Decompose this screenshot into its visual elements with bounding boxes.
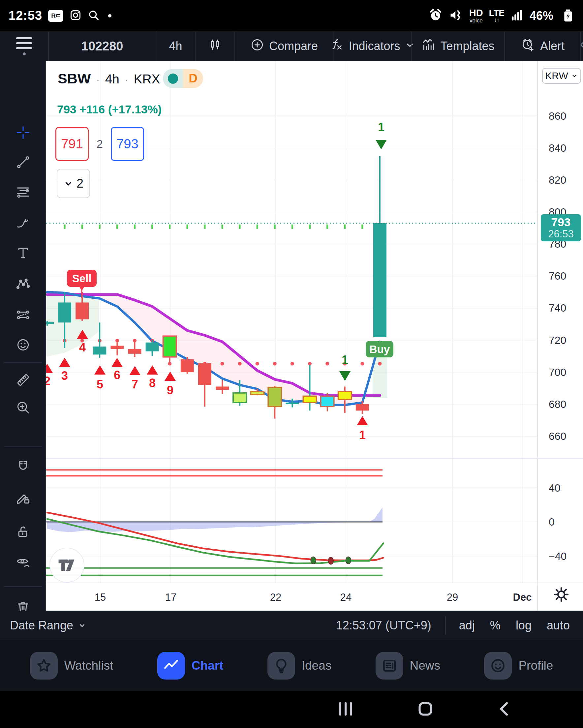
bid-ask-row: 791 2 793 (55, 127, 144, 161)
svg-text:17: 17 (165, 592, 176, 603)
indicators-button[interactable]: Indicators (333, 31, 411, 61)
sell-bid-button[interactable]: 791 (55, 127, 89, 161)
session-status-icon (163, 69, 183, 88)
buy-ask-button[interactable]: 793 (111, 127, 144, 161)
bottom-toolbar: Date Range 12:53:07 (UTC+9) adj % log au… (0, 610, 583, 640)
android-home-button[interactable] (416, 700, 435, 720)
currency-button[interactable]: KRW (542, 68, 581, 84)
divider (445, 616, 446, 635)
hamburger-icon (16, 37, 32, 49)
lte-icon: LTE↓↑ (489, 8, 505, 23)
alert-button[interactable]: Alert (504, 31, 580, 61)
tool-long-position-button[interactable] (0, 303, 46, 328)
nav-item-ideas[interactable]: Ideas (268, 652, 332, 679)
tool-ruler-button[interactable] (0, 368, 46, 393)
status-bar: 12:53 R HDvoice LTE↓↑ 46% (0, 0, 583, 31)
alert-clock-icon (521, 37, 535, 55)
mute-icon (449, 8, 463, 24)
buy-signal: Buy (366, 341, 394, 357)
svg-text:0: 0 (549, 516, 555, 528)
tool-emoji-button[interactable] (0, 333, 46, 358)
tool-brush-button[interactable] (0, 212, 46, 236)
svg-text:Dec: Dec (513, 592, 532, 603)
svg-text:−40: −40 (549, 550, 566, 562)
nav-item-chart[interactable]: Chart (157, 652, 224, 679)
tool-horizontal-lines-button[interactable] (0, 181, 46, 205)
notification-dot-icon (108, 14, 111, 18)
templates-button[interactable]: Templates (411, 31, 504, 61)
hide-drawings-icon (16, 555, 30, 571)
bar-countdown: 26:53 (548, 229, 574, 240)
nav-item-profile[interactable]: Profile (484, 652, 553, 679)
interval-button[interactable]: 4h (156, 31, 195, 61)
toolbar-overflow[interactable] (580, 31, 583, 61)
tool-zoom-in-button[interactable] (0, 396, 46, 420)
nav-label: News (410, 659, 440, 673)
tool-hide-drawings-button[interactable] (0, 551, 46, 575)
zoom-in-icon (16, 400, 30, 416)
indicators-collapse-button[interactable]: 2 (57, 169, 90, 198)
battery-icon (559, 7, 575, 24)
svg-text:700: 700 (549, 366, 566, 378)
menu-badge-dot (23, 52, 26, 55)
tool-xabcd-pattern-button[interactable] (0, 272, 46, 297)
drawing-toolbar (0, 61, 46, 610)
text-icon (16, 245, 30, 261)
symbol-button[interactable]: 102280 (48, 31, 156, 61)
long-position-icon (16, 308, 30, 323)
svg-text:8: 8 (149, 376, 156, 390)
svg-text:1: 1 (341, 353, 348, 367)
svg-text:7: 7 (132, 378, 138, 391)
chart-type-button[interactable] (195, 31, 234, 61)
ruler-icon (16, 372, 30, 388)
candles-icon (208, 38, 222, 55)
trend-line-icon (16, 155, 30, 171)
compare-button[interactable]: Compare (234, 31, 333, 61)
date-range-button[interactable]: Date Range (10, 619, 86, 632)
fx-icon (329, 37, 344, 55)
tool-trend-line-button[interactable] (0, 151, 46, 175)
svg-text:24: 24 (340, 592, 352, 603)
unlock-icon (16, 525, 30, 540)
adjust-toggle[interactable]: adj (459, 619, 475, 632)
nav-item-watchlist[interactable]: Watchlist (30, 652, 113, 679)
chart-area: SellBuy112345678918608408208007807607407… (0, 61, 583, 610)
session-daily-toggle[interactable]: D (163, 69, 203, 88)
instagram-icon (69, 9, 82, 23)
nav-item-news[interactable]: News (376, 652, 440, 679)
nav-label: Chart (192, 659, 224, 673)
log-toggle[interactable]: log (516, 619, 532, 632)
hd-voice-icon: HDvoice (469, 8, 483, 23)
android-back-button[interactable] (495, 700, 514, 720)
magnet-icon (16, 459, 30, 475)
percent-toggle[interactable]: % (490, 619, 501, 632)
templates-icon (421, 37, 436, 55)
battery-percent: 46% (530, 9, 553, 23)
nav-label: Watchlist (64, 659, 113, 673)
legend-interval: 4h (105, 72, 119, 86)
theme-sun-icon[interactable] (553, 586, 570, 604)
tool-text-button[interactable] (0, 241, 46, 266)
tool-crosshair-button[interactable] (0, 121, 46, 146)
divider (4, 446, 42, 447)
svg-text:2: 2 (46, 374, 50, 388)
auto-toggle[interactable]: auto (547, 619, 570, 632)
legend-symbol: SBW (58, 71, 91, 87)
svg-text:40: 40 (549, 482, 561, 494)
tool-unlock-button[interactable] (0, 520, 46, 545)
menu-button[interactable] (0, 31, 48, 61)
nav-label: Profile (518, 659, 553, 673)
symbol-legend[interactable]: SBW · 4h · KRX (58, 71, 160, 87)
android-recents-button[interactable] (336, 700, 355, 720)
session-clock[interactable]: 12:53:07 (UTC+9) (336, 619, 431, 632)
alarm-icon (428, 8, 443, 24)
svg-text:22: 22 (270, 592, 281, 603)
tool-magnet-button[interactable] (0, 455, 46, 479)
bulb-icon (268, 652, 295, 679)
tool-draw-lock-button[interactable] (0, 486, 46, 511)
tradingview-watermark (49, 548, 84, 582)
svg-text:680: 680 (549, 398, 566, 410)
svg-text:820: 820 (549, 174, 566, 186)
chart-toolbar: 102280 4h Compare Indicators Templates A… (0, 31, 583, 61)
signal-icon (510, 8, 524, 23)
